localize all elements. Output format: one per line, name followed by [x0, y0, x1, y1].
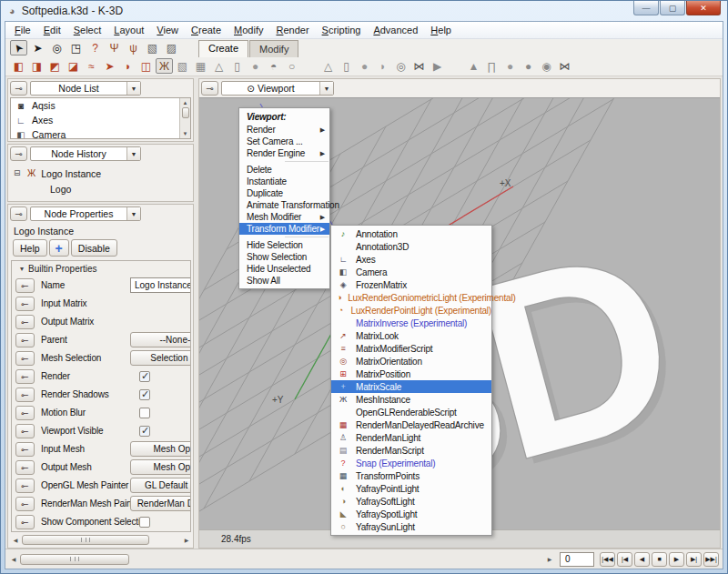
- menu-item[interactable]: Scripting: [316, 23, 368, 37]
- plug-icon[interactable]: ⊸: [15, 515, 35, 529]
- menu-item[interactable]: Select: [67, 23, 108, 37]
- property-checkbox[interactable]: [139, 408, 150, 418]
- collapse-icon[interactable]: ⊟: [14, 169, 22, 177]
- plug-icon[interactable]: ⊸: [15, 369, 35, 384]
- node-list-scrollbar[interactable]: ▲ ▼: [179, 98, 190, 138]
- parent-tool-icon[interactable]: Ψ: [106, 40, 123, 55]
- maximize-button[interactable]: ▢: [660, 1, 685, 15]
- nurbs-cone-icon[interactable]: △: [319, 58, 337, 74]
- submenu-item-camera[interactable]: ◧ Camera: [331, 266, 491, 278]
- submenu-item-matrix-orientation[interactable]: ◎ MatrixOrientation: [331, 355, 491, 368]
- extrude-tool-icon[interactable]: ➤: [101, 58, 118, 74]
- poly-cylinder-icon[interactable]: ▯: [228, 58, 246, 74]
- submenu-item-matrix-scale[interactable]: + MatrixScale: [331, 380, 491, 393]
- toolbar-separator[interactable]: [447, 58, 464, 74]
- tab-modify[interactable]: Modify: [249, 40, 298, 57]
- render-preview-icon[interactable]: ▧: [144, 40, 161, 55]
- pin-icon[interactable]: ⊸: [10, 146, 27, 161]
- edit-mesh-icon-2[interactable]: ◨: [28, 58, 46, 74]
- menu-item-instantiate[interactable]: Instantiate: [239, 176, 329, 187]
- submenu-item-transform-points[interactable]: ▦ TransformPoints: [331, 469, 491, 482]
- submenu-item-axes[interactable]: ∟ Axes: [331, 253, 491, 266]
- next-key-button[interactable]: ▶|: [686, 552, 702, 567]
- plug-icon[interactable]: ⊸: [15, 315, 35, 329]
- plug-icon[interactable]: ⊸: [15, 406, 35, 420]
- plug-icon[interactable]: ⊸: [15, 442, 35, 457]
- add-property-button[interactable]: +: [49, 239, 69, 257]
- scrollbar-thumb[interactable]: [182, 107, 189, 118]
- property-button[interactable]: RenderMan Default: [130, 496, 191, 511]
- builtin-properties-section[interactable]: ▾ Builtin Properties: [12, 261, 190, 277]
- submenu-item-matrix-modifier-script[interactable]: ≡ MatrixModifierScript: [331, 342, 491, 355]
- submenu-item-annotation3d[interactable]: Annotation3D: [331, 240, 491, 253]
- move-tool-icon[interactable]: ➤: [29, 40, 46, 55]
- poly-cube-icon[interactable]: ▧: [174, 58, 191, 74]
- viewport-combo[interactable]: ⊙ Viewport ▼: [221, 81, 334, 96]
- properties-scrollbar[interactable]: ◀ ▶: [11, 534, 191, 546]
- menu-item[interactable]: Modify: [228, 23, 269, 37]
- render-frame-icon[interactable]: ▨: [163, 40, 180, 55]
- plug-icon[interactable]: ⊸: [15, 478, 35, 493]
- menu-item-delete[interactable]: Delete: [239, 164, 329, 176]
- nurbs-hyperboloid-icon[interactable]: ⋈: [410, 58, 428, 74]
- nurbs-hemisphere-icon[interactable]: ◗: [374, 58, 391, 74]
- nurbs-sphere-icon[interactable]: ●: [356, 58, 373, 74]
- submenu-item-luxrender-point-light[interactable]: ◔ LuxRenderPointLight (Experimental): [331, 304, 491, 317]
- property-button[interactable]: Selection Op: [130, 350, 191, 366]
- nurbs-torus-icon[interactable]: ◎: [392, 58, 410, 74]
- submenu-item-frozenmatrix[interactable]: ◈ FrozenMatrix: [331, 278, 491, 291]
- edit-mesh-icon-4[interactable]: ◪: [65, 58, 82, 74]
- menu-item-show-all[interactable]: Show All: [239, 275, 329, 287]
- poly-sphere-icon[interactable]: ●: [247, 58, 264, 74]
- unparent-tool-icon[interactable]: ψ: [125, 40, 142, 55]
- submenu-item-opengl-renderable-script[interactable]: OpenGLRenderableScript: [331, 406, 491, 418]
- nurbs-cylinder-icon[interactable]: ▯: [338, 58, 355, 74]
- frame-number-field[interactable]: 0: [560, 552, 594, 567]
- quadric-torus-icon[interactable]: ◉: [538, 58, 555, 74]
- menu-item[interactable]: Edit: [37, 23, 67, 37]
- menu-item[interactable]: Layout: [107, 23, 150, 37]
- poly-torus-icon[interactable]: ◓: [265, 58, 282, 74]
- menu-item-hide-selection[interactable]: Hide Selection: [239, 239, 329, 251]
- submenu-item-matrix-inverse[interactable]: MatrixInverse (Experimental): [331, 317, 491, 329]
- submenu-item-snap[interactable]: ? Snap (Experimental): [331, 457, 491, 469]
- submenu-item-matrix-position[interactable]: ⊞ MatrixPosition: [331, 368, 491, 380]
- node-list-combo[interactable]: Node List ▼: [30, 81, 141, 96]
- timeline-scrollbar[interactable]: ◀ ▶: [9, 553, 554, 566]
- tree-item-logo[interactable]: Logo: [14, 181, 193, 196]
- help-button[interactable]: Help: [13, 239, 47, 257]
- menu-item-mesh-modifier[interactable]: Mesh Modifier ▶: [239, 211, 329, 223]
- quadric-hemisphere-icon[interactable]: ●: [520, 58, 537, 74]
- pin-icon[interactable]: ⊸: [201, 81, 218, 96]
- menu-item-animate-transformation[interactable]: Animate Transformation: [239, 199, 329, 211]
- property-text-field[interactable]: Logo Instance: [130, 277, 191, 293]
- node-axes[interactable]: ∟ Axes: [11, 113, 190, 127]
- play-backward-button[interactable]: ◀: [634, 552, 650, 567]
- property-button[interactable]: Mesh Optio: [130, 441, 191, 457]
- property-button[interactable]: GL Default Pain: [130, 478, 191, 493]
- quadric-bicone-icon[interactable]: ∏: [483, 58, 500, 74]
- scroll-right-icon[interactable]: ▶: [182, 537, 191, 543]
- toolbar-separator[interactable]: [301, 58, 318, 74]
- chevron-down-icon[interactable]: ▼: [126, 82, 140, 95]
- submenu-item-yafray-spot-light[interactable]: ◣ YafraySpotLight: [331, 508, 491, 520]
- menu-item-set-camera[interactable]: Set Camera ...: [239, 136, 329, 147]
- menu-item[interactable]: Create: [185, 23, 228, 37]
- submenu-item-yafray-point-light[interactable]: ◐ YafrayPointLight: [331, 482, 491, 495]
- go-to-end-button[interactable]: ▶▶|: [703, 552, 719, 567]
- scroll-right-icon[interactable]: ▶: [545, 556, 554, 562]
- play-button[interactable]: ▶: [669, 552, 684, 567]
- property-checkbox[interactable]: [139, 517, 150, 528]
- chevron-down-icon[interactable]: ▼: [319, 82, 333, 95]
- quadric-hyperboloid-icon[interactable]: ⋈: [556, 58, 573, 74]
- scroll-down-icon[interactable]: ▼: [183, 129, 188, 138]
- property-button[interactable]: Mesh Optio: [130, 459, 191, 475]
- property-checkbox[interactable]: [139, 426, 150, 437]
- node-aqsis[interactable]: ◙ Aqsis: [11, 98, 190, 113]
- previous-key-button[interactable]: |◀: [617, 552, 632, 567]
- menu-item[interactable]: View: [150, 23, 185, 37]
- rotate-tool-icon[interactable]: ◎: [48, 40, 66, 55]
- property-button[interactable]: --None--: [130, 332, 191, 347]
- menu-item-show-selection[interactable]: Show Selection: [239, 251, 329, 263]
- menu-item-render[interactable]: Render ▶: [239, 124, 329, 136]
